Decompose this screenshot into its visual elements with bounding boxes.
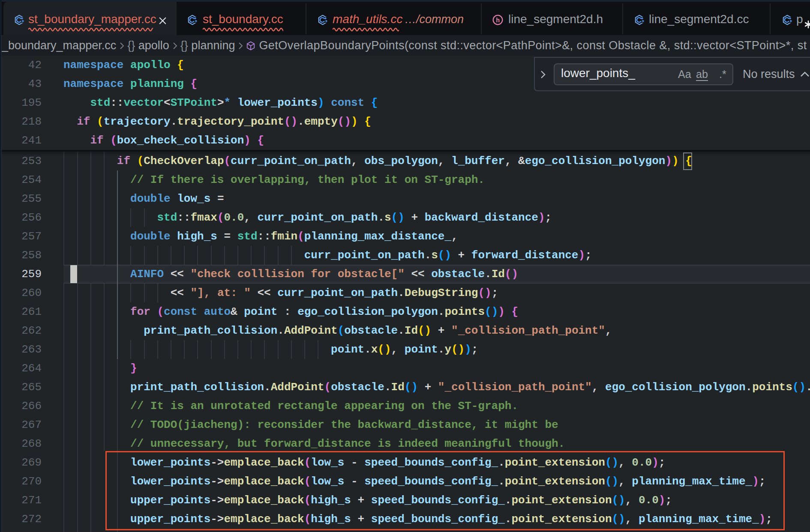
svg-text:h: h xyxy=(496,17,500,24)
